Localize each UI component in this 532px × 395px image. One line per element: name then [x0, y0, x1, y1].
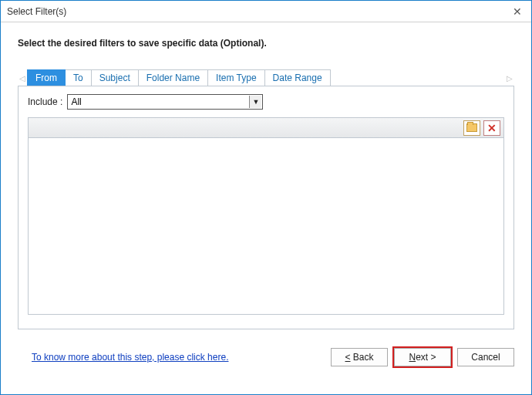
cancel-button[interactable]: Cancel	[457, 348, 514, 366]
include-label: Include :	[28, 96, 62, 107]
tab-date-range[interactable]: Date Range	[264, 69, 331, 86]
delete-x-icon: ✕	[487, 123, 497, 133]
tab-label: Folder Name	[146, 73, 200, 83]
include-selected-value: All	[71, 96, 249, 107]
list-toolbar: ✕	[29, 118, 503, 138]
tab-label: From	[35, 73, 57, 83]
tab-label: To	[73, 73, 83, 83]
cancel-button-label: Cancel	[471, 352, 500, 363]
title-bar: Select Filter(s) ✕	[1, 1, 531, 22]
tab-folder-name[interactable]: Folder Name	[138, 69, 208, 86]
folder-icon	[466, 123, 477, 132]
tab-label: Subject	[99, 73, 130, 83]
help-link[interactable]: To know more about this step, please cli…	[32, 352, 325, 363]
delete-button[interactable]: ✕	[483, 120, 500, 136]
tab-panel: Include : All ▼ ✕	[18, 86, 514, 329]
tabs: From To Subject Folder Name Item Type Da…	[27, 69, 505, 86]
close-icon[interactable]: ✕	[510, 4, 525, 19]
chevron-down-icon: ▼	[249, 96, 261, 108]
tab-scroll-right-icon[interactable]: ▷	[505, 70, 514, 86]
back-button-label: < Back	[345, 352, 373, 363]
filter-list-area[interactable]	[29, 138, 503, 314]
tab-from[interactable]: From	[27, 69, 66, 86]
tab-scroll-left-icon[interactable]: ◁	[18, 70, 27, 86]
tab-subject[interactable]: Subject	[91, 69, 139, 86]
next-button[interactable]: Next >	[394, 348, 451, 366]
dialog-content: Select the desired filters to save speci…	[1, 22, 531, 337]
include-row: Include : All ▼	[28, 94, 504, 110]
next-button-label: Next >	[409, 352, 436, 363]
instruction-text: Select the desired filters to save speci…	[18, 38, 514, 49]
list-container: ✕	[28, 117, 504, 315]
tab-item-type[interactable]: Item Type	[207, 69, 264, 86]
tab-label: Item Type	[216, 73, 256, 83]
tab-to[interactable]: To	[65, 69, 92, 86]
browse-button[interactable]	[463, 120, 480, 136]
tab-label: Date Range	[273, 73, 322, 83]
tab-row: ◁ From To Subject Folder Name Item Type …	[18, 69, 514, 86]
back-button[interactable]: < Back	[331, 348, 388, 366]
dialog-footer: To know more about this step, please cli…	[1, 337, 531, 366]
include-dropdown[interactable]: All ▼	[67, 94, 263, 110]
window-title: Select Filter(s)	[7, 6, 510, 17]
